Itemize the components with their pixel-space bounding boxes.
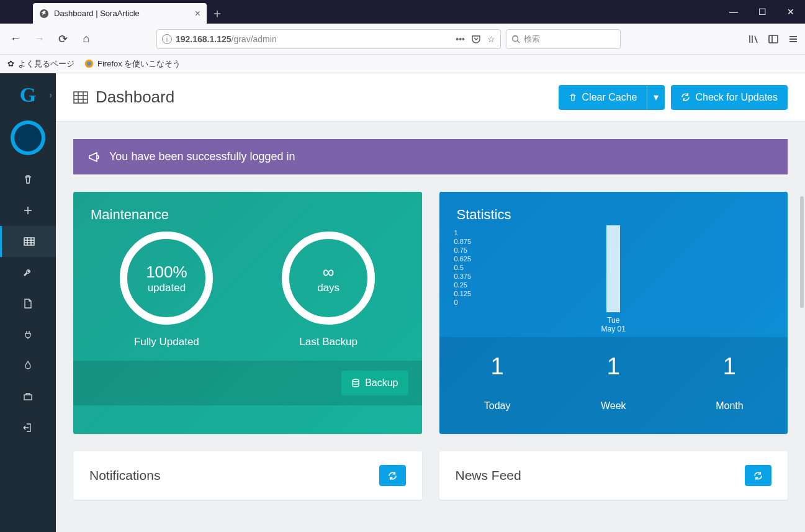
ytick: 0.875	[454, 238, 472, 245]
bookmark-label: Firefox を使いこなそう	[97, 58, 181, 70]
stat-value: 1	[555, 346, 672, 389]
nav-forward-button[interactable]: →	[30, 30, 48, 48]
stat-label: Today	[439, 392, 555, 423]
scrollbar-thumb[interactable]	[800, 196, 804, 308]
window-maximize-button[interactable]: ☐	[748, 0, 776, 24]
bookmark-star-icon[interactable]: ☆	[487, 34, 495, 44]
sidebar-item-dashboard[interactable]	[0, 226, 56, 257]
newsfeed-refresh-button[interactable]	[745, 465, 771, 486]
clear-cache-dropdown[interactable]: ▾	[647, 85, 665, 110]
chart-x-label: TueMay 01	[601, 316, 626, 333]
tab-close-icon[interactable]: ×	[195, 8, 200, 19]
sidebar-item-logout[interactable]	[0, 412, 56, 443]
ytick: 0.125	[454, 290, 472, 297]
library-icon[interactable]	[748, 34, 759, 45]
refresh-icon	[753, 471, 763, 480]
firefox-icon	[84, 59, 94, 68]
nav-reload-button[interactable]: ⟳	[53, 30, 72, 48]
stat-today: 1Today	[439, 337, 555, 434]
bookmark-label: よく見るページ	[18, 58, 74, 70]
window-controls: — ☐ ✕	[719, 0, 805, 24]
svg-point-12	[87, 61, 91, 66]
statistics-summary: 1Today 1Week 1Month	[439, 337, 788, 434]
window-minimize-button[interactable]: —	[719, 0, 748, 24]
updated-caption: Fully Updated	[120, 336, 213, 348]
page-title-text: Dashboard	[96, 88, 174, 107]
bookmarks-toolbar: ✿ よく見るページ Firefox を使いこなそう	[0, 55, 805, 73]
sidebar-item-add[interactable]	[0, 195, 56, 226]
ytick: 0	[454, 299, 472, 306]
notifications-refresh-button[interactable]	[379, 465, 406, 486]
ytick: 1	[454, 229, 472, 237]
updated-dial: 100% updated Fully Updated	[120, 232, 213, 348]
refresh-icon	[681, 92, 690, 102]
site-info-icon[interactable]: i	[162, 34, 172, 44]
database-icon	[351, 379, 360, 387]
sidebar-item-plugins[interactable]	[0, 319, 56, 350]
new-tab-button[interactable]: ＋	[207, 3, 228, 24]
address-bar[interactable]: i 192.168.1.125/grav/admin ••• ☆	[156, 29, 501, 49]
megaphone-icon	[88, 151, 101, 163]
chevron-right-icon: ›	[49, 90, 52, 100]
sidebar-item-themes[interactable]	[0, 350, 56, 381]
statistics-card: Statistics 1 0.875 0.75 0.625 0.5 0.375 …	[439, 192, 788, 434]
nav-back-button[interactable]: ←	[6, 30, 25, 48]
url-path: /grav/admin	[232, 34, 277, 44]
statistics-title: Statistics	[439, 192, 788, 228]
browser-navbar: ← → ⟳ ⌂ i 192.168.1.125/grav/admin ••• ☆…	[0, 24, 805, 55]
sidebar-item-trash[interactable]	[0, 164, 56, 195]
tab-title: Dashboard | SoraArticle	[54, 9, 140, 18]
refresh-icon	[388, 471, 397, 480]
sidebar-item-config[interactable]	[0, 257, 56, 288]
app-root: G› Dashboard Clear Cache	[0, 73, 805, 532]
svg-rect-21	[74, 92, 88, 103]
sidebar-item-pages[interactable]	[0, 288, 56, 319]
main-content: Dashboard Clear Cache ▾ Check for Update…	[56, 73, 805, 532]
window-close-button[interactable]: ✕	[776, 0, 805, 24]
page-header: Dashboard Clear Cache ▾ Check for Update…	[56, 73, 805, 122]
updated-sub: updated	[148, 282, 186, 294]
xlabel-line: Tue	[607, 316, 619, 325]
sidebar-toggle-icon[interactable]	[768, 34, 779, 45]
nav-home-button[interactable]: ⌂	[77, 30, 96, 48]
check-updates-label: Check for Updates	[695, 92, 778, 103]
ytick: 0.5	[454, 264, 472, 271]
stat-value: 1	[672, 346, 788, 389]
hamburger-menu-icon[interactable]	[788, 34, 799, 45]
maintenance-title: Maintenance	[73, 192, 422, 228]
newsfeed-card: News Feed	[439, 451, 788, 500]
svg-rect-20	[24, 395, 32, 400]
svg-line-5	[755, 36, 757, 43]
page-actions-icon[interactable]: •••	[456, 34, 465, 44]
bookmark-firefox-tips[interactable]: Firefox を使いこなそう	[84, 58, 181, 70]
ytick: 0.625	[454, 255, 472, 263]
browser-tab[interactable]: Dashboard | SoraArticle ×	[33, 3, 207, 24]
search-bar[interactable]: 検索	[506, 29, 621, 49]
user-avatar[interactable]	[11, 120, 45, 155]
svg-rect-6	[769, 35, 778, 43]
search-icon	[511, 35, 520, 43]
grav-logo[interactable]: G›	[0, 73, 56, 117]
stat-week: 1Week	[555, 337, 672, 434]
window-titlebar: Dashboard | SoraArticle × ＋ — ☐ ✕	[0, 0, 805, 24]
notifications-title: Notifications	[89, 468, 160, 483]
grid-icon	[73, 91, 88, 104]
chart-y-labels: 1 0.875 0.75 0.625 0.5 0.375 0.25 0.125 …	[454, 229, 472, 306]
backup-button[interactable]: Backup	[341, 371, 408, 395]
alert-text: You have been successfully logged in	[109, 150, 295, 163]
xlabel-line: May 01	[601, 325, 626, 333]
ytick: 0.375	[454, 273, 472, 280]
backup-value: ∞	[323, 263, 335, 282]
admin-sidebar: G›	[0, 73, 56, 532]
check-updates-button[interactable]: Check for Updates	[671, 85, 788, 110]
sidebar-item-tools[interactable]	[0, 381, 56, 412]
pocket-icon[interactable]	[471, 34, 481, 44]
gear-icon: ✿	[7, 59, 14, 68]
bookmark-most-visited[interactable]: ✿ よく見るページ	[7, 58, 74, 70]
updated-percent: 100%	[146, 263, 187, 282]
svg-rect-15	[24, 238, 34, 245]
clear-cache-button[interactable]: Clear Cache	[559, 85, 647, 110]
newsfeed-title: News Feed	[456, 468, 521, 483]
svg-line-2	[518, 40, 520, 43]
chart-bar	[606, 225, 620, 312]
